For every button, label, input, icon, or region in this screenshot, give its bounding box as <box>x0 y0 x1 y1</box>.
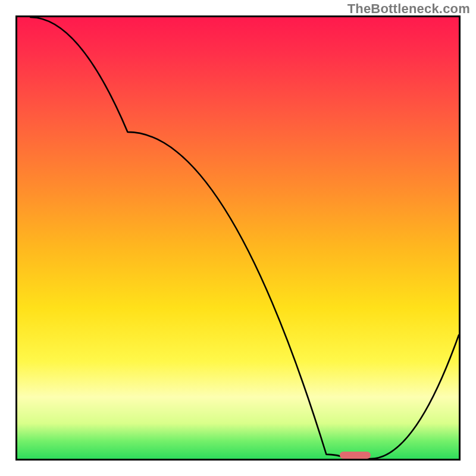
curve-path <box>30 17 459 459</box>
optimal-range-marker <box>340 452 371 459</box>
bottleneck-curve <box>17 17 459 459</box>
bottleneck-chart: TheBottleneck.com <box>0 0 476 476</box>
watermark-text: TheBottleneck.com <box>347 1 470 17</box>
plot-area <box>15 15 461 461</box>
